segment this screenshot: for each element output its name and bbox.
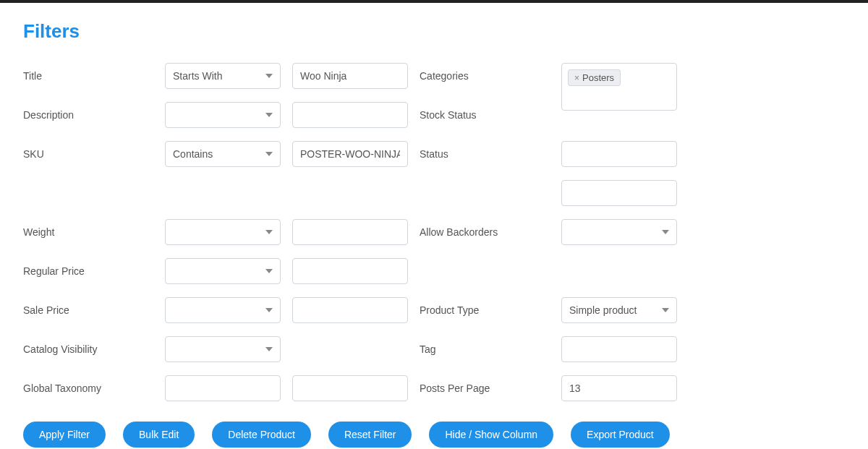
select-regprice-operator[interactable] (165, 258, 281, 284)
input-regprice-value[interactable] (292, 258, 408, 284)
label-weight: Weight (23, 226, 153, 238)
select-catalog-visibility[interactable] (165, 336, 281, 362)
select-weight-operator[interactable] (165, 219, 281, 245)
select-title-operator[interactable]: Starts With (165, 63, 281, 89)
label-catalog-visibility: Catalog Visibility (23, 343, 153, 355)
select-product-type[interactable]: Simple product (561, 297, 677, 323)
label-regular-price: Regular Price (23, 265, 153, 277)
hide-show-column-button[interactable]: Hide / Show Column (429, 422, 553, 448)
reset-filter-button[interactable]: Reset Filter (328, 422, 412, 448)
chevron-down-icon (662, 230, 669, 234)
input-weight-value[interactable] (292, 219, 408, 245)
label-tag: Tag (420, 343, 550, 355)
label-title: Title (23, 70, 153, 82)
input-title-value[interactable] (292, 63, 408, 89)
tag-posters[interactable]: × Posters (568, 69, 621, 86)
chevron-down-icon (265, 347, 273, 351)
label-description: Description (23, 109, 153, 121)
chevron-down-icon (265, 152, 273, 156)
select-value: Contains (173, 148, 213, 160)
categories-tagbox[interactable]: × Posters (561, 63, 677, 111)
tag-remove-icon[interactable]: × (574, 73, 579, 83)
input-stock-status[interactable] (561, 141, 677, 167)
select-value: Simple product (569, 304, 637, 316)
select-backorders[interactable] (561, 219, 677, 245)
input-description-value[interactable] (292, 102, 408, 128)
export-product-button[interactable]: Export Product (571, 422, 670, 448)
input-status[interactable] (561, 180, 677, 206)
chevron-down-icon (265, 308, 273, 312)
chevron-down-icon (265, 230, 273, 234)
input-global-taxonomy-1[interactable] (165, 375, 281, 401)
action-buttons: Apply Filter Bulk Edit Delete Product Re… (23, 422, 845, 448)
select-sku-operator[interactable]: Contains (165, 141, 281, 167)
label-product-type: Product Type (420, 304, 550, 316)
chevron-down-icon (265, 269, 273, 273)
label-status: Status (420, 148, 550, 160)
select-description-operator[interactable] (165, 102, 281, 128)
label-backorders: Allow Backorders (420, 226, 550, 238)
input-global-taxonomy-2[interactable] (292, 375, 408, 401)
page: Filters Title Starts With Categories × P… (0, 3, 868, 449)
page-title: Filters (23, 20, 845, 43)
label-sku: SKU (23, 148, 153, 160)
chevron-down-icon (265, 113, 273, 117)
select-saleprice-operator[interactable] (165, 297, 281, 323)
input-sku-value[interactable] (292, 141, 408, 167)
input-tag[interactable] (561, 336, 677, 362)
filters-grid: Title Starts With Categories × Posters D… (23, 63, 845, 401)
label-categories: Categories (420, 70, 550, 82)
chevron-down-icon (265, 74, 273, 78)
tag-label: Posters (582, 72, 614, 83)
select-value: Starts With (173, 70, 222, 82)
input-posts-per-page[interactable] (561, 375, 677, 401)
bulk-edit-button[interactable]: Bulk Edit (123, 422, 195, 448)
label-sale-price: Sale Price (23, 304, 153, 316)
chevron-down-icon (662, 308, 669, 312)
label-stock-status: Stock Status (420, 109, 550, 121)
input-saleprice-value[interactable] (292, 297, 408, 323)
label-global-taxonomy: Global Taxonomy (23, 382, 153, 394)
delete-product-button[interactable]: Delete Product (212, 422, 311, 448)
apply-filter-button[interactable]: Apply Filter (23, 422, 106, 448)
label-posts-per-page: Posts Per Page (420, 382, 550, 394)
